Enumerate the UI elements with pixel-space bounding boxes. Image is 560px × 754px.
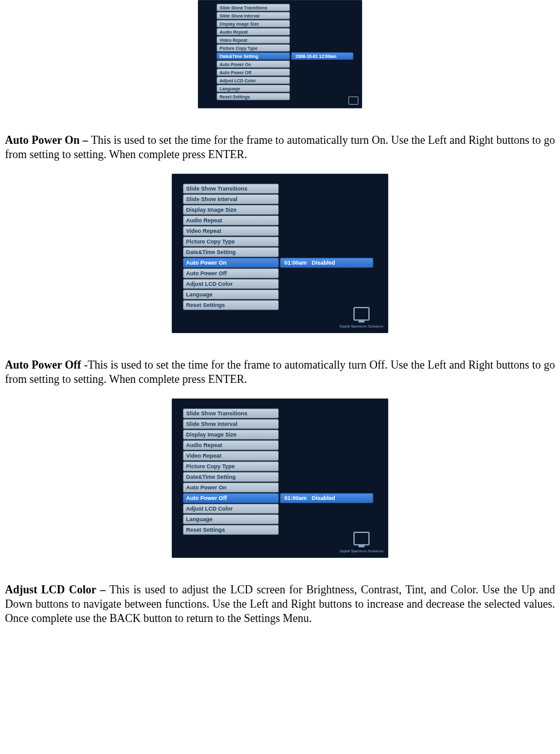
menu-item[interactable]: Adjust LCD Color — [183, 279, 279, 289]
screenshot-auto-power-off: Slide Show TransitionsSlide Show Interva… — [0, 398, 560, 558]
menu-item[interactable]: Auto Power On — [217, 60, 290, 68]
menu-item[interactable]: Display Image Size — [183, 205, 279, 215]
menu-item[interactable]: Auto Power Off — [217, 68, 290, 76]
monitor-icon — [353, 532, 370, 545]
menu-item[interactable]: Slide Show Transitions — [217, 4, 290, 11]
menu-item[interactable]: Adjust LCD Color — [183, 504, 279, 514]
menu-item[interactable]: Picture Copy Type — [183, 461, 279, 471]
menu-item[interactable]: Auto Power On — [183, 258, 279, 268]
screenshot-date-time: Slide Show TransitionsSlide Show Interva… — [0, 0, 560, 108]
menu-item[interactable]: Auto Power Off — [183, 493, 279, 503]
menu-item[interactable]: Slide Show Interval — [183, 419, 279, 429]
menu-item[interactable]: Display Image Size — [217, 20, 290, 27]
menu-item[interactable]: Reset Settings — [183, 525, 279, 535]
screenshot-auto-power-on: Slide Show TransitionsSlide Show Interva… — [0, 174, 560, 333]
heading-adjust-lcd: Adjust LCD Color – — [5, 583, 110, 596]
paragraph-auto-power-on: Auto Power On – This is used to set the … — [0, 133, 560, 163]
menu-item[interactable]: Audio Repeat — [183, 215, 279, 225]
device-screen: Slide Show TransitionsSlide Show Interva… — [198, 0, 362, 108]
device-screen: Slide Show TransitionsSlide Show Interva… — [172, 174, 388, 333]
menu-item[interactable]: Date&Time Setting — [183, 472, 279, 482]
selected-value-state: Disabled — [312, 495, 335, 501]
menu-item[interactable]: Language — [183, 514, 279, 524]
menu-item[interactable]: Audio Repeat — [217, 28, 290, 35]
menu-item[interactable]: Slide Show Transitions — [183, 184, 279, 194]
settings-menu: Slide Show TransitionsSlide Show Interva… — [183, 408, 279, 535]
brand-logo: Digital Spectrum Solutions — [340, 532, 383, 553]
menu-item[interactable]: Video Repeat — [183, 226, 279, 236]
menu-item[interactable]: Language — [217, 85, 290, 92]
menu-item[interactable]: Adjust LCD Color — [217, 77, 290, 84]
menu-item[interactable]: Display Image Size — [183, 430, 279, 440]
monitor-icon — [353, 307, 370, 321]
menu-item[interactable]: Picture Copy Type — [217, 44, 290, 52]
menu-item[interactable]: Auto Power On — [183, 483, 279, 492]
heading-auto-power-off: Auto Power Off — [5, 359, 84, 371]
settings-menu: Slide Show TransitionsSlide Show Interva… — [217, 4, 290, 100]
selected-value-time: 01:00am — [284, 495, 307, 501]
brand-logo-text: Digital Spectrum Solutions — [340, 549, 383, 553]
brand-logo-text: Digital Spectrum Solutions — [340, 324, 383, 328]
selected-value[interactable]: 01:00amDisabled — [280, 493, 373, 503]
paragraph-adjust-lcd: Adjust LCD Color – This is used to adjus… — [0, 583, 560, 626]
menu-item[interactable]: Language — [183, 290, 279, 299]
heading-auto-power-on: Auto Power On – — [5, 134, 91, 146]
selected-value[interactable]: 2008-10-01 12:00am — [291, 52, 353, 60]
menu-item[interactable]: Video Repeat — [217, 36, 290, 44]
menu-item[interactable]: Slide Show Interval — [217, 12, 290, 19]
selected-value-state: Disabled — [312, 260, 335, 266]
menu-item[interactable]: Slide Show Interval — [183, 194, 279, 204]
paragraph-auto-power-off: Auto Power Off -This is used to set the … — [0, 358, 560, 387]
brand-logo: Digital Spectrum Solutions — [340, 307, 383, 328]
menu-item[interactable]: Date&Time Setting — [183, 247, 279, 257]
menu-item[interactable]: Slide Show Transitions — [183, 408, 279, 418]
selected-value-time: 01:00am — [284, 260, 307, 266]
brand-logo-icon — [348, 97, 358, 105]
menu-item[interactable]: Audio Repeat — [183, 440, 279, 450]
menu-item[interactable]: Video Repeat — [183, 451, 279, 461]
menu-item[interactable]: Reset Settings — [217, 93, 290, 100]
settings-menu: Slide Show TransitionsSlide Show Interva… — [183, 184, 279, 310]
device-screen: Slide Show TransitionsSlide Show Interva… — [172, 398, 388, 558]
menu-item[interactable]: Date&Time Setting — [217, 52, 290, 60]
document-page: Slide Show TransitionsSlide Show Interva… — [0, 0, 560, 626]
menu-item[interactable]: Picture Copy Type — [183, 237, 279, 247]
selected-value[interactable]: 01:00amDisabled — [280, 258, 373, 268]
menu-item[interactable]: Reset Settings — [183, 300, 279, 310]
body-auto-power-off: -This is used to set the time for the fr… — [5, 359, 555, 385]
menu-item[interactable]: Auto Power Off — [183, 268, 279, 278]
